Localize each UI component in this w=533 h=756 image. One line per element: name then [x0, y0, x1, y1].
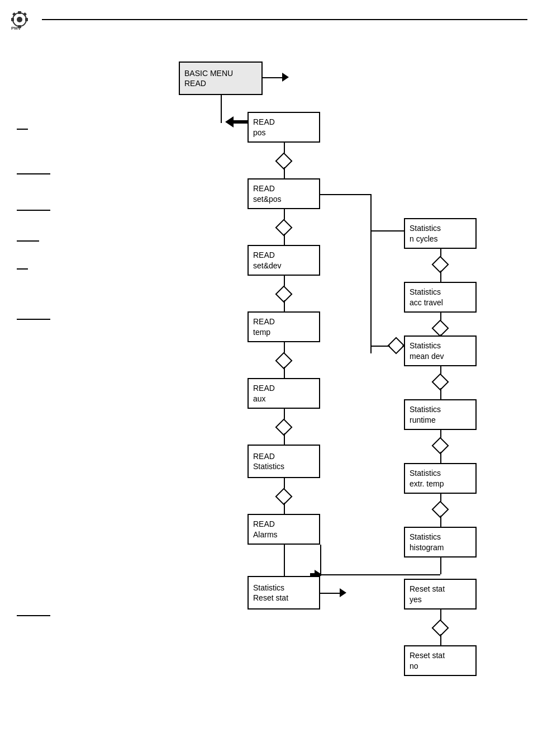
sidebar-dash-3 [17, 210, 50, 211]
resetstat-no-box: Reset stat no [404, 645, 477, 676]
header: PMV [6, 6, 527, 34]
line-meandev-down2 [440, 388, 441, 399]
sidebar-dash-6 [17, 319, 50, 320]
read-aux-box: READ aux [248, 378, 320, 409]
sidebar-dash-7 [17, 615, 50, 616]
svg-text:PMV: PMV [11, 26, 21, 31]
line-yes-down2 [440, 634, 441, 645]
stat-meandev-box: Statistics mean dev [404, 336, 477, 366]
svg-rect-6 [12, 12, 16, 16]
resetstat-yes-box: Reset stat yes [404, 579, 477, 609]
header-line [42, 19, 527, 20]
line-histogram-back-h [320, 574, 440, 575]
line-loop-left [370, 194, 372, 353]
read-setpos-box: READ set&pos [248, 178, 320, 209]
sidebar-dash-5 [17, 268, 28, 270]
line-stat-ncycles-h [370, 230, 404, 231]
read-temp-box: READ temp [248, 311, 320, 342]
svg-rect-4 [11, 18, 14, 21]
line-resetstat-right [320, 593, 342, 594]
line-temp-down2 [284, 367, 285, 378]
line-runtime-down2 [440, 452, 441, 463]
line-basic-down [221, 95, 222, 123]
arrow-basic-right [282, 73, 289, 82]
line-setdev-down2 [284, 300, 285, 311]
svg-rect-2 [18, 11, 21, 14]
read-alarms-box: READ Alarms [248, 514, 320, 545]
read-statistics-box: READ Statistics [248, 445, 320, 478]
sidebar-dash-4 [17, 240, 39, 242]
line-pos-down2 [284, 167, 285, 178]
stat-acctravel-box: Statistics acc travel [404, 282, 477, 313]
line-loop-bottom [370, 346, 390, 347]
entry-arrow [225, 116, 248, 130]
line-to-stat-right [320, 194, 370, 195]
svg-marker-9 [225, 116, 248, 127]
svg-rect-7 [23, 12, 27, 16]
basic-menu-box: BASIC MENU READ [179, 62, 263, 95]
stat-resetstat-box: Statistics Reset stat [248, 576, 320, 609]
line-extrtemp-down2 [440, 516, 441, 527]
svg-rect-5 [25, 18, 28, 21]
stat-histogram-box: Statistics histogram [404, 527, 477, 557]
arrow-resetstat-right [340, 588, 346, 597]
svg-point-1 [17, 17, 22, 22]
stat-runtime-box: Statistics runtime [404, 399, 477, 430]
line-aux-down2 [284, 433, 285, 445]
read-setdev-box: READ set&dev [248, 245, 320, 276]
line-ncycles-down2 [440, 271, 441, 282]
line-back-left-v [320, 545, 321, 574]
read-pos-box: READ pos [248, 112, 320, 143]
stat-extrtemp-box: Statistics extr. temp [404, 463, 477, 494]
stat-ncycles-box: Statistics n cycles [404, 218, 477, 249]
line-histogram-down [440, 557, 441, 574]
line-setpos-down2 [284, 234, 285, 245]
line-basic-right [263, 77, 285, 78]
sidebar-dash-1 [17, 129, 28, 130]
logo: PMV [6, 8, 39, 31]
line-stat-down2 [284, 503, 285, 514]
sidebar-dash-2 [17, 173, 50, 174]
